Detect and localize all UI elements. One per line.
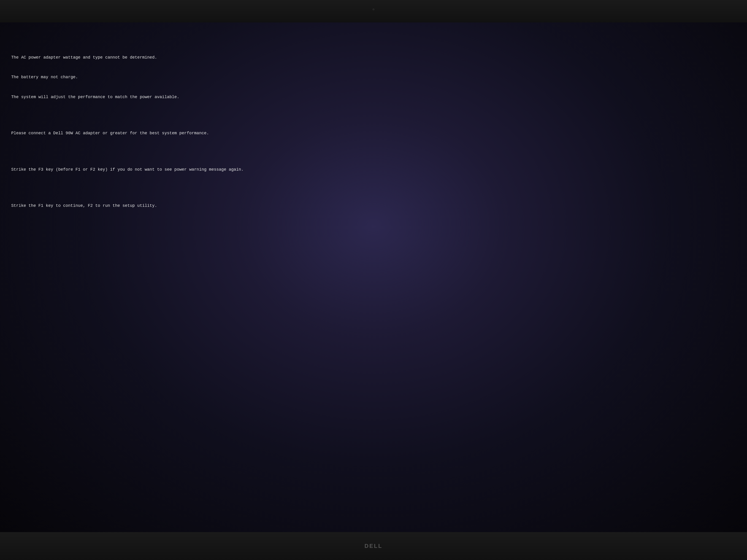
camera-dot [372, 8, 375, 10]
line-5: Strike the F3 key (before F1 or F2 key) … [11, 166, 736, 173]
line-3: The system will adjust the performance t… [11, 94, 736, 101]
spacer-1 [11, 113, 736, 117]
bios-message-area: The AC power adapter wattage and type ca… [11, 41, 736, 222]
bezel-bottom: DELL [0, 532, 747, 560]
spacer-3 [11, 186, 736, 189]
laptop-screen: The AC power adapter wattage and type ca… [0, 0, 747, 560]
line-2: The battery may not charge. [11, 74, 736, 81]
dell-logo: DELL [365, 543, 383, 549]
line-4: Please connect a Dell 90W AC adapter or … [11, 130, 736, 137]
bezel-top [0, 0, 747, 22]
spacer-2 [11, 150, 736, 153]
line-1: The AC power adapter wattage and type ca… [11, 54, 736, 61]
line-6: Strike the F1 key to continue, F2 to run… [11, 203, 736, 209]
bios-screen: The AC power adapter wattage and type ca… [0, 22, 747, 532]
